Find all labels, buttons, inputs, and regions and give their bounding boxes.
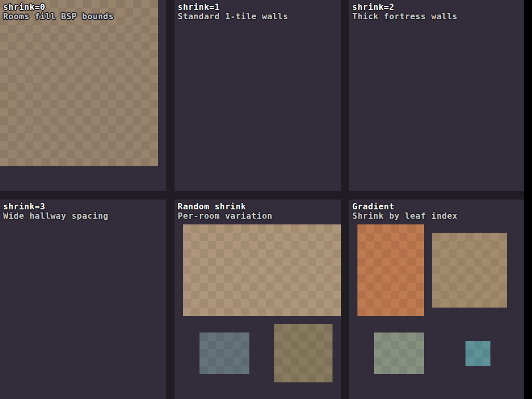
bsp-panel-shrink-1: shrink=1 Standard 1-tile walls — [175, 0, 341, 191]
room-rect — [374, 332, 424, 374]
bsp-panel-shrink-3: shrink=3 Wide hallway spacing — [0, 200, 166, 399]
panel-title: Random shrink — [178, 202, 272, 211]
bsp-demo-canvas: shrink=0 Rooms fill BSP bounds shrink=1 … — [0, 0, 532, 399]
room-rect — [357, 224, 424, 316]
panel-caption: Gradient Shrink by leaf index — [352, 202, 458, 221]
room-rect — [0, 0, 158, 166]
panel-caption: shrink=0 Rooms fill BSP bounds — [3, 3, 114, 21]
panel-caption: shrink=2 Thick fortress walls — [352, 3, 458, 21]
bsp-panel-shrink-2: shrink=2 Thick fortress walls — [349, 0, 524, 191]
room-rect — [200, 332, 249, 374]
room-rect — [432, 233, 507, 308]
room-rect — [183, 224, 341, 316]
room-rect — [466, 341, 490, 366]
panel-title: shrink=3 — [3, 202, 109, 211]
panel-subtitle: Wide hallway spacing — [3, 211, 109, 221]
bsp-panel-random-shrink: Random shrink Per-room variation — [175, 200, 341, 399]
panel-title: Gradient — [352, 202, 458, 211]
panel-subtitle: Per-room variation — [178, 211, 272, 221]
panel-caption: Random shrink Per-room variation — [178, 202, 272, 221]
panel-title: shrink=1 — [178, 3, 288, 12]
panel-caption: shrink=1 Standard 1-tile walls — [178, 3, 288, 21]
panel-subtitle: Rooms fill BSP bounds — [3, 12, 114, 21]
bsp-panel-gradient: Gradient Shrink by leaf index — [349, 200, 524, 399]
room-rect — [274, 324, 332, 382]
panel-caption: shrink=3 Wide hallway spacing — [3, 202, 109, 221]
panel-subtitle: Shrink by leaf index — [352, 211, 458, 221]
panel-title: shrink=0 — [3, 3, 114, 12]
bsp-panel-shrink-0: shrink=0 Rooms fill BSP bounds — [0, 0, 166, 191]
panel-subtitle: Standard 1-tile walls — [178, 12, 288, 21]
panel-title: shrink=2 — [352, 3, 458, 12]
panel-subtitle: Thick fortress walls — [352, 12, 458, 21]
